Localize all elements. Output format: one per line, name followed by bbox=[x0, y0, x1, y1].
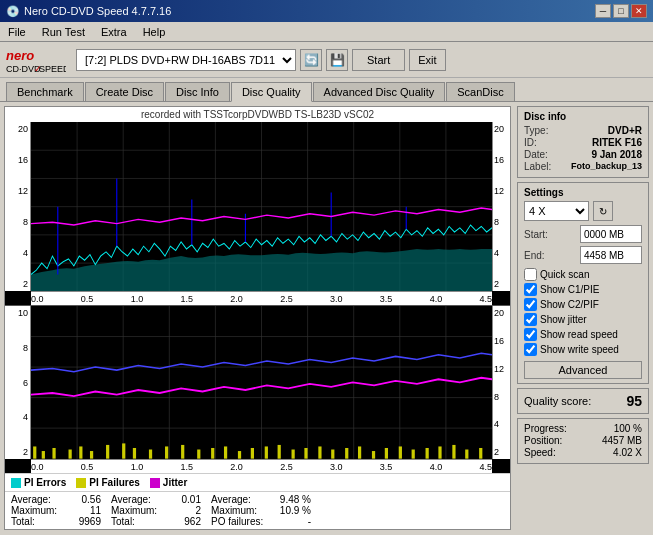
svg-rect-44 bbox=[90, 451, 93, 459]
menu-run-test[interactable]: Run Test bbox=[38, 25, 89, 39]
bot-y-8: 8 bbox=[5, 343, 30, 353]
c1pie-check[interactable] bbox=[524, 283, 537, 296]
type-value: DVD+R bbox=[608, 125, 642, 136]
speed-refresh-button[interactable]: ↻ bbox=[593, 201, 613, 221]
top-yr-4: 4 bbox=[493, 248, 510, 258]
svg-rect-68 bbox=[426, 448, 429, 459]
top-y-20: 20 bbox=[5, 124, 30, 134]
quality-section: Quality score: 95 bbox=[517, 388, 649, 414]
app-icon: 💿 bbox=[6, 5, 20, 18]
progress-section: Progress: 100 % Position: 4457 MB Speed:… bbox=[517, 418, 649, 464]
x-3.5: 3.5 bbox=[380, 294, 393, 304]
app-title: Nero CD-DVD Speed 4.7.7.16 bbox=[24, 5, 171, 17]
tab-advanced-disc-quality[interactable]: Advanced Disc Quality bbox=[313, 82, 446, 101]
menu-file[interactable]: File bbox=[4, 25, 30, 39]
svg-rect-48 bbox=[149, 450, 152, 459]
date-label: Date: bbox=[524, 149, 548, 160]
svg-rect-57 bbox=[278, 445, 281, 459]
label-label: Label: bbox=[524, 161, 551, 172]
read-speed-check[interactable] bbox=[524, 328, 537, 341]
settings-title: Settings bbox=[524, 187, 642, 198]
top-y-4: 4 bbox=[5, 248, 30, 258]
id-label: ID: bbox=[524, 137, 537, 148]
advanced-button[interactable]: Advanced bbox=[524, 361, 642, 379]
start-field[interactable] bbox=[580, 225, 642, 243]
bot-yr-12: 12 bbox=[493, 364, 510, 374]
svg-rect-46 bbox=[122, 444, 125, 459]
progress-value: 100 % bbox=[614, 423, 642, 434]
bx-1.0: 1.0 bbox=[131, 462, 144, 472]
svg-rect-43 bbox=[79, 447, 82, 459]
write-speed-row: Show write speed bbox=[524, 343, 642, 356]
pi-failures-legend: PI Failures bbox=[89, 477, 140, 488]
write-speed-label: Show write speed bbox=[540, 344, 619, 355]
bot-y-2: 2 bbox=[5, 447, 30, 457]
bx-2.5: 2.5 bbox=[280, 462, 293, 472]
bot-yr-4: 4 bbox=[493, 419, 510, 429]
svg-rect-52 bbox=[211, 448, 214, 459]
start-field-label: Start: bbox=[524, 229, 548, 240]
bot-yr-2: 2 bbox=[493, 447, 510, 457]
x-4.5: 4.5 bbox=[479, 294, 492, 304]
menu-help[interactable]: Help bbox=[139, 25, 170, 39]
write-speed-check[interactable] bbox=[524, 343, 537, 356]
minimize-button[interactable]: ─ bbox=[595, 4, 611, 18]
svg-rect-63 bbox=[358, 447, 361, 459]
svg-rect-53 bbox=[224, 447, 227, 459]
jitter-legend-box bbox=[150, 478, 160, 488]
bx-4.0: 4.0 bbox=[430, 462, 443, 472]
speed-label: Speed: bbox=[524, 447, 556, 458]
tabs: Benchmark Create Disc Disc Info Disc Qua… bbox=[0, 78, 653, 101]
bot-yr-20: 20 bbox=[493, 308, 510, 318]
svg-rect-69 bbox=[438, 447, 441, 459]
pi-errors-stats: Average:0.56 Maximum:11 Total:9969 bbox=[11, 494, 101, 527]
quality-label: Quality score: bbox=[524, 395, 591, 407]
menu-extra[interactable]: Extra bbox=[97, 25, 131, 39]
jitter-row: Show jitter bbox=[524, 313, 642, 326]
bx-1.5: 1.5 bbox=[180, 462, 193, 472]
top-y-8: 8 bbox=[5, 217, 30, 227]
tab-disc-info[interactable]: Disc Info bbox=[165, 82, 230, 101]
x-2.0: 2.0 bbox=[230, 294, 243, 304]
tab-scan-disc[interactable]: ScanDisc bbox=[446, 82, 514, 101]
chart-title: recorded with TSSTcorpDVDWBD TS-LB23D vS… bbox=[5, 107, 510, 122]
refresh-icon[interactable]: 🔄 bbox=[300, 49, 322, 71]
start-button[interactable]: Start bbox=[352, 49, 405, 71]
close-button[interactable]: ✕ bbox=[631, 4, 647, 18]
disc-info-section: Disc info Type: DVD+R ID: RITEK F16 Date… bbox=[517, 106, 649, 178]
bx-3.5: 3.5 bbox=[380, 462, 393, 472]
speed-select[interactable]: 4 X bbox=[524, 201, 589, 221]
quick-scan-check[interactable] bbox=[524, 268, 537, 281]
jitter-check[interactable] bbox=[524, 313, 537, 326]
bot-yr-8: 8 bbox=[493, 392, 510, 402]
menu-bar: File Run Test Extra Help bbox=[0, 22, 653, 42]
bx-0.5: 0.5 bbox=[81, 462, 94, 472]
bot-yr-16: 16 bbox=[493, 336, 510, 346]
exit-button[interactable]: Exit bbox=[409, 49, 445, 71]
svg-rect-50 bbox=[181, 445, 184, 459]
end-field-label: End: bbox=[524, 250, 545, 261]
id-value: RITEK F16 bbox=[592, 137, 642, 148]
tab-create-disc[interactable]: Create Disc bbox=[85, 82, 164, 101]
svg-rect-72 bbox=[479, 448, 482, 459]
x-1.5: 1.5 bbox=[180, 294, 193, 304]
date-value: 9 Jan 2018 bbox=[591, 149, 642, 160]
top-y-16: 16 bbox=[5, 155, 30, 165]
bx-3.0: 3.0 bbox=[330, 462, 343, 472]
tab-benchmark[interactable]: Benchmark bbox=[6, 82, 84, 101]
svg-rect-71 bbox=[465, 450, 468, 459]
x-4.0: 4.0 bbox=[430, 294, 443, 304]
top-chart-svg bbox=[31, 122, 492, 291]
tab-disc-quality[interactable]: Disc Quality bbox=[231, 82, 312, 102]
svg-rect-65 bbox=[385, 448, 388, 459]
disc-info-title: Disc info bbox=[524, 111, 642, 122]
save-icon[interactable]: 💾 bbox=[326, 49, 348, 71]
quick-scan-label: Quick scan bbox=[540, 269, 589, 280]
progress-label: Progress: bbox=[524, 423, 567, 434]
drive-select[interactable]: [7:2] PLDS DVD+RW DH-16ABS 7D11 bbox=[76, 49, 296, 71]
maximize-button[interactable]: □ bbox=[613, 4, 629, 18]
x-2.5: 2.5 bbox=[280, 294, 293, 304]
end-field[interactable] bbox=[580, 246, 642, 264]
svg-rect-64 bbox=[372, 451, 375, 459]
c2pif-check[interactable] bbox=[524, 298, 537, 311]
